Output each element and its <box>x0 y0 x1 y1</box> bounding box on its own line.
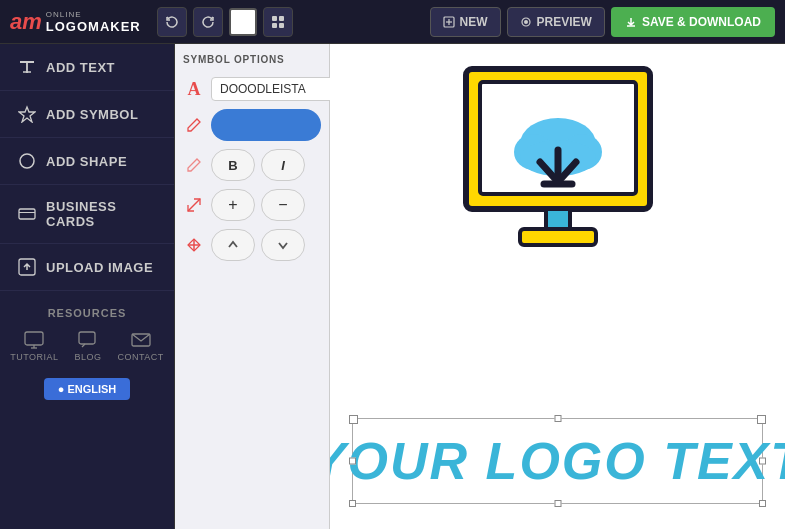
sidebar-item-add-symbol[interactable]: ADD SYMBOL <box>0 91 174 138</box>
card-icon <box>18 205 36 223</box>
monitor-icon <box>24 331 44 349</box>
svg-marker-10 <box>19 107 35 122</box>
sidebar: ADD TEXT ADD SYMBOL ADD SHAPE BUSINESS C… <box>0 44 175 529</box>
resources-title: RESOURCES <box>10 307 164 319</box>
svg-rect-15 <box>25 332 43 345</box>
canvas-area[interactable]: YOUR LOGO TEXT <box>330 44 785 529</box>
bold-label: B <box>228 158 237 173</box>
svg-rect-2 <box>272 23 277 28</box>
envelope-icon <box>131 331 151 349</box>
svg-rect-12 <box>19 209 35 219</box>
logo-online: ONLINE <box>46 10 141 19</box>
chat-icon <box>78 331 98 349</box>
contact-link[interactable]: CONTACT <box>118 331 164 362</box>
add-shape-label: ADD SHAPE <box>46 154 127 169</box>
minus-label: − <box>278 196 287 214</box>
italic-button[interactable]: I <box>261 149 305 181</box>
redo-button[interactable] <box>193 7 223 37</box>
panel-title: SYMBOL OPTIONS <box>183 54 321 65</box>
logo-text-block: ONLINE LOGOMAKER <box>46 10 141 34</box>
logo-icon: am <box>10 11 42 33</box>
svg-rect-3 <box>279 23 284 28</box>
color-picker[interactable] <box>229 8 257 36</box>
svg-point-11 <box>20 154 34 168</box>
color-pencil-icon <box>183 114 205 136</box>
size-increase-button[interactable]: + <box>211 189 255 221</box>
resources-icons: TUTORIAL BLOG CONTACT <box>10 331 164 362</box>
handle-bl[interactable] <box>349 500 356 507</box>
plus-label: + <box>228 196 237 214</box>
svg-rect-26 <box>520 229 596 245</box>
font-row: A <box>183 77 321 101</box>
blog-label: BLOG <box>74 352 101 362</box>
sidebar-item-add-text[interactable]: ADD TEXT <box>0 44 174 91</box>
handle-ml[interactable] <box>349 458 356 465</box>
language-label: ENGLISH <box>67 383 116 395</box>
font-type-icon: A <box>183 78 205 100</box>
symbol-options-panel: SYMBOL OPTIONS A B I <box>175 44 330 529</box>
add-text-label: ADD TEXT <box>46 60 115 75</box>
handle-mr[interactable] <box>759 458 766 465</box>
sidebar-item-add-shape[interactable]: ADD SHAPE <box>0 138 174 185</box>
bold-button[interactable]: B <box>211 149 255 181</box>
upload-icon <box>18 258 36 276</box>
tutorial-label: TUTORIAL <box>10 352 58 362</box>
monitor-illustration <box>458 64 658 263</box>
bold-italic-row: B I <box>183 149 321 181</box>
handle-bm[interactable] <box>554 500 561 507</box>
color-picker-pill[interactable] <box>211 109 321 141</box>
logo-area: am ONLINE LOGOMAKER <box>10 10 141 34</box>
text-icon <box>18 58 36 76</box>
resources-section: RESOURCES TUTORIAL BLOG CONTACT <box>0 291 174 370</box>
svg-line-20 <box>188 199 200 211</box>
resize-icon <box>183 194 205 216</box>
save-download-button[interactable]: SAVE & DOWNLOAD <box>611 7 775 37</box>
language-button[interactable]: ● ENGLISH <box>44 378 131 400</box>
style-pencil-icon <box>183 154 205 176</box>
sidebar-item-upload-image[interactable]: UPLOAD IMAGE <box>0 244 174 291</box>
monitor-svg <box>458 64 658 259</box>
star-icon <box>18 105 36 123</box>
italic-label: I <box>281 158 285 173</box>
size-row: + − <box>183 189 321 221</box>
upload-image-label: UPLOAD IMAGE <box>46 260 153 275</box>
circle-icon <box>18 152 36 170</box>
blog-link[interactable]: BLOG <box>74 331 101 362</box>
handle-tm[interactable] <box>554 415 561 422</box>
canvas-logo-text: YOUR LOGO TEXT <box>330 431 785 491</box>
business-cards-label: BUSINESS CARDS <box>46 199 156 229</box>
topbar: am ONLINE LOGOMAKER NEW PREVIEW SAVE & D… <box>0 0 785 44</box>
save-label: SAVE & DOWNLOAD <box>642 15 761 29</box>
sidebar-item-business-cards[interactable]: BUSINESS CARDS <box>0 185 174 244</box>
svg-rect-18 <box>79 332 95 344</box>
tutorial-link[interactable]: TUTORIAL <box>10 331 58 362</box>
color-row <box>183 109 321 141</box>
grid-button[interactable] <box>263 7 293 37</box>
size-decrease-button[interactable]: − <box>261 189 305 221</box>
svg-point-8 <box>524 20 528 24</box>
move-up-button[interactable] <box>211 229 255 261</box>
svg-rect-0 <box>272 16 277 21</box>
move-down-button[interactable] <box>261 229 305 261</box>
position-row <box>183 229 321 261</box>
logo-logomaker: LOGOMAKER <box>46 19 141 34</box>
new-button[interactable]: NEW <box>430 7 501 37</box>
text-selection-box[interactable]: YOUR LOGO TEXT <box>352 418 763 504</box>
move-icon <box>183 234 205 256</box>
new-label: NEW <box>460 15 488 29</box>
font-a-icon: A <box>188 79 201 100</box>
preview-label: PREVIEW <box>537 15 592 29</box>
main-layout: ADD TEXT ADD SYMBOL ADD SHAPE BUSINESS C… <box>0 44 785 529</box>
contact-label: CONTACT <box>118 352 164 362</box>
add-symbol-label: ADD SYMBOL <box>46 107 138 122</box>
undo-button[interactable] <box>157 7 187 37</box>
handle-br[interactable] <box>759 500 766 507</box>
preview-button[interactable]: PREVIEW <box>507 7 605 37</box>
svg-rect-1 <box>279 16 284 21</box>
